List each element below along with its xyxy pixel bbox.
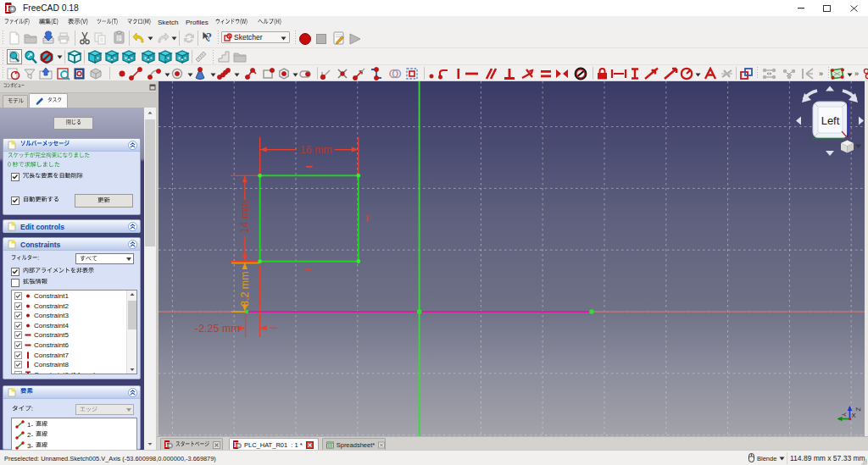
svg-text:»: » bbox=[819, 69, 823, 78]
svg-text:16 mm: 16 mm bbox=[300, 144, 332, 156]
svg-text:14 mm: 14 mm bbox=[239, 201, 251, 233]
svg-text:X: X bbox=[852, 412, 856, 419]
svg-text:-2.25 mm: -2.25 mm bbox=[195, 323, 240, 335]
svg-text:Left: Left bbox=[821, 114, 840, 127]
svg-text:8.2 mm: 8.2 mm bbox=[239, 271, 251, 307]
svg-text:Y: Y bbox=[840, 412, 848, 417]
svg-text:»: » bbox=[854, 69, 859, 78]
